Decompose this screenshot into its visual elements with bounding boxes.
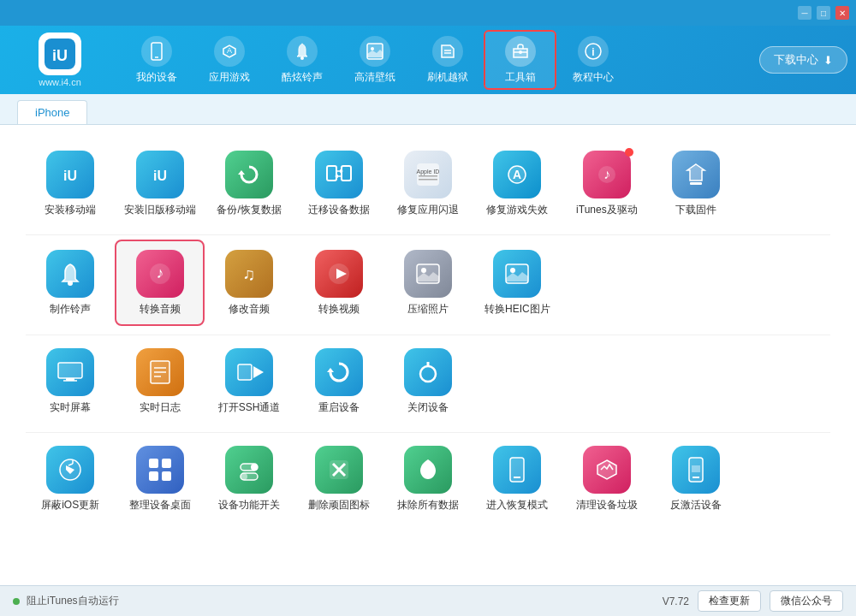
tool-realtime-screen[interactable]: 实时屏幕 [26, 340, 115, 424]
version-label: V7.72 [663, 595, 689, 607]
fix-app-icon: Apple ID [404, 151, 452, 198]
row-sep-3 [26, 432, 830, 433]
reboot-label: 重启设备 [318, 401, 360, 415]
svg-rect-60 [162, 459, 171, 468]
wechat-button[interactable]: 微信公众号 [770, 590, 843, 612]
svg-point-66 [241, 473, 247, 480]
nav-tutorial[interactable]: i 教程中心 [556, 30, 629, 90]
tool-backup[interactable]: 备份/恢复数据 [205, 142, 294, 226]
deactivate-icon [672, 446, 720, 494]
itunes-label: iTunes及驱动 [576, 204, 638, 217]
edit-audio-icon: ♫ [225, 250, 273, 298]
spacer-8 [741, 340, 789, 424]
convert-audio-label: 转换音频 [140, 303, 181, 317]
tool-itunes[interactable]: ♪ iTunes及驱动 [562, 142, 651, 226]
minimize-button[interactable]: ─ [798, 6, 811, 20]
tool-compress-photo[interactable]: 压缩照片 [383, 240, 473, 327]
compress-photo-icon [404, 250, 452, 298]
wipe-data-label: 抹除所有数据 [397, 499, 459, 512]
svg-point-7 [371, 47, 374, 50]
migrate-icon [315, 151, 363, 198]
itunes-badge [625, 148, 633, 157]
svg-text:iU: iU [52, 47, 68, 64]
clean-junk-label: 清理设备垃圾 [576, 499, 638, 512]
svg-rect-59 [149, 459, 158, 468]
tool-install-old[interactable]: iU 安装旧版移动端 [115, 142, 204, 226]
spacer-5 [473, 340, 520, 424]
tool-firmware[interactable]: 下载固件 [651, 142, 740, 226]
nav-my-device[interactable]: 我的设备 [120, 30, 193, 90]
nav-ringtone[interactable]: 酷炫铃声 [265, 30, 338, 90]
ssh-label: 打开SSH通道 [218, 401, 281, 415]
nav-jailbreak[interactable]: 刷机越狱 [411, 30, 484, 90]
tab-iphone-label: iPhone [35, 106, 69, 119]
check-update-label: 检查更新 [709, 595, 750, 607]
nav-app-game[interactable]: A 应用游戏 [193, 30, 265, 90]
tool-migrate[interactable]: 迁移设备数据 [294, 142, 383, 226]
tool-convert-video[interactable]: 转换视频 [294, 240, 383, 327]
svg-text:i: i [591, 46, 594, 58]
fix-app-label: 修复应用闪退 [397, 204, 459, 217]
status-left: 阻止iTunes自动运行 [13, 594, 119, 608]
realtime-log-icon [136, 348, 184, 396]
svg-text:A: A [513, 168, 521, 181]
tool-block-update[interactable]: 屏蔽iOS更新 [26, 437, 115, 521]
logo-icon: iU [39, 33, 81, 75]
tool-make-ring[interactable]: 制作铃声 [26, 240, 115, 327]
tool-ssh[interactable]: 打开SSH通道 [205, 340, 294, 424]
svg-point-54 [420, 366, 436, 382]
device-switch-icon [225, 446, 273, 494]
svg-marker-18 [238, 170, 245, 175]
tab-iphone[interactable]: iPhone [17, 100, 87, 124]
tool-realtime-log[interactable]: 实时日志 [115, 340, 204, 424]
tool-deactivate[interactable]: 反激活设备 [651, 437, 740, 521]
tool-convert-heic[interactable]: 转换HEIC图片 [473, 240, 562, 327]
jailbreak-icon [432, 36, 463, 67]
tool-delete-icon[interactable]: 删除顽固图标 [294, 437, 383, 521]
download-center-label: 下载中心 [774, 52, 818, 68]
svg-text:A: A [226, 46, 231, 55]
svg-rect-62 [162, 471, 171, 481]
my-device-icon [141, 36, 172, 67]
tool-convert-audio[interactable]: ♪ 转换音频 [115, 240, 204, 327]
spacer-2 [562, 240, 610, 327]
svg-text:iU: iU [153, 169, 167, 183]
nav-toolbox-label: 工具箱 [505, 70, 536, 85]
close-button[interactable]: ✕ [835, 6, 849, 20]
toolbox-icon [505, 36, 536, 67]
tool-shutdown[interactable]: 关闭设备 [383, 340, 473, 424]
tool-organize-desktop[interactable]: 整理设备桌面 [115, 437, 204, 521]
row-sep-1 [26, 234, 830, 235]
tools-row-2: 制作铃声 ♪ 转换音频 ♫ 修改音频 [26, 240, 830, 327]
tool-fix-app[interactable]: Apple ID 修复应用闪退 [383, 142, 473, 226]
tool-clean-junk[interactable]: 清理设备垃圾 [562, 437, 651, 521]
svg-rect-19 [327, 166, 336, 181]
check-update-button[interactable]: 检查更新 [698, 590, 761, 612]
svg-point-64 [251, 464, 258, 471]
tool-reboot[interactable]: 重启设备 [294, 340, 383, 424]
install-app-label: 安装移动端 [45, 204, 96, 217]
download-center-button[interactable]: 下载中心 ⬇ [759, 46, 847, 74]
tool-wipe-data[interactable]: 抹除所有数据 [383, 437, 473, 521]
app-logo: iU www.i4.cn [9, 33, 111, 87]
nav-wallpaper-label: 高清壁纸 [354, 70, 395, 85]
svg-rect-61 [149, 471, 158, 481]
tool-install-app[interactable]: iU 安装移动端 [26, 142, 115, 226]
nav-toolbox[interactable]: 工具箱 [484, 30, 556, 90]
svg-text:♪: ♪ [156, 264, 163, 281]
nav-wallpaper[interactable]: 高清壁纸 [338, 30, 411, 90]
spacer-7 [651, 340, 699, 424]
svg-rect-25 [417, 163, 439, 186]
status-indicator [13, 598, 20, 605]
tool-fix-game[interactable]: A 修复游戏失效 [473, 142, 562, 226]
tool-edit-audio[interactable]: ♫ 修改音频 [205, 240, 294, 327]
spacer-9 [741, 437, 789, 521]
tool-recovery[interactable]: 进入恢复模式 [473, 437, 562, 521]
logo-url: www.i4.cn [39, 77, 81, 87]
backup-icon [225, 151, 273, 198]
device-switch-label: 设备功能开关 [218, 499, 280, 512]
nav-items: 我的设备 A 应用游戏 酷炫铃声 [120, 30, 759, 90]
maximize-button[interactable]: □ [817, 6, 830, 20]
tool-device-switch[interactable]: 设备功能开关 [205, 437, 294, 521]
organize-desktop-icon [136, 446, 184, 494]
